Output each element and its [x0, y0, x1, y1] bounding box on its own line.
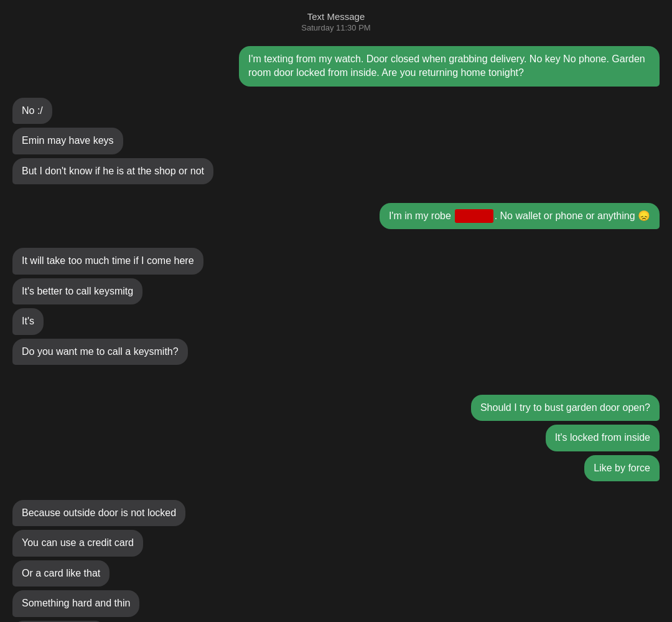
- conversation-timestamp: Saturday 11:30 PM: [0, 23, 672, 32]
- message-11: It's locked from inside: [546, 425, 660, 451]
- message-12: Like by force: [584, 455, 660, 481]
- redacted-content: [455, 209, 493, 223]
- message-14: You can use a credit card: [12, 530, 143, 556]
- message-3: Emin may have keys: [12, 128, 123, 154]
- message-13: Because outside door is not locked: [12, 500, 185, 526]
- message-16: Something hard and thin: [12, 590, 139, 616]
- conversation-title: Text Message: [0, 11, 672, 22]
- messages-container: I'm texting from my watch. Door closed w…: [0, 40, 672, 622]
- message-15: Or a card like that: [12, 560, 110, 587]
- message-4: But I don't know if he is at the shop or…: [12, 158, 213, 184]
- message-9: Do you want me to call a keysmith?: [12, 339, 188, 365]
- message-6: It will take too much time if I come her…: [12, 248, 203, 274]
- message-7: It's better to call keysmitg: [12, 278, 142, 304]
- message-10: Should I try to bust garden door open?: [471, 395, 660, 421]
- message-5: I'm in my robe . No wallet or phone or a…: [380, 203, 660, 229]
- message-8: It's: [12, 308, 44, 334]
- header: Text Message Saturday 11:30 PM: [0, 0, 672, 40]
- message-2: No :/: [12, 98, 52, 124]
- message-1: I'm texting from my watch. Door closed w…: [239, 46, 660, 87]
